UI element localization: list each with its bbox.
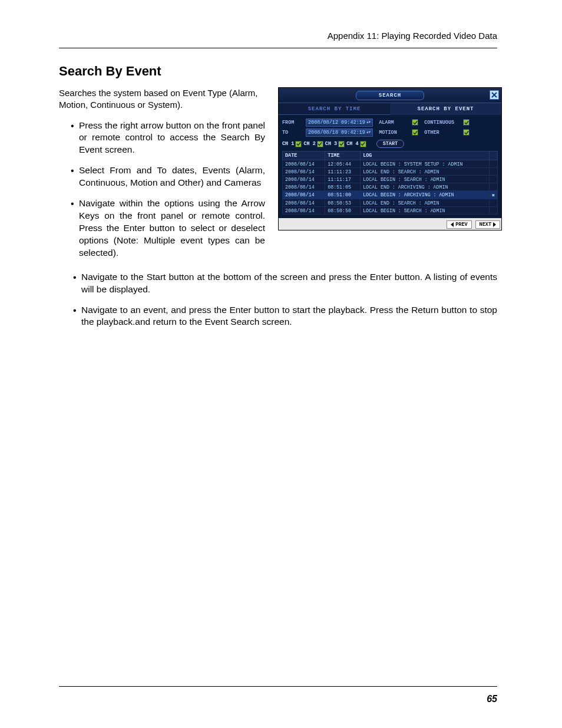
pager: PREV NEXT: [279, 218, 501, 230]
row-delete-button: [490, 168, 498, 176]
intro-paragraph: Searches the system based on Event Type …: [59, 87, 265, 111]
continuous-label: CONTINUOUS: [424, 120, 461, 126]
row-delete-button: [490, 183, 498, 191]
check-icon: [464, 130, 469, 135]
alarm-checkbox[interactable]: [412, 119, 418, 126]
cell-log: LOCAL BEGIN : SYSTEM SETUP : ADMIN: [361, 160, 490, 168]
to-value: 2008/08/18 09:42:19: [308, 130, 365, 136]
section-title: Search By Event: [59, 64, 497, 79]
triangle-left-icon: [451, 222, 454, 227]
log-row[interactable]: 2008/08/1408:51:05LOCAL END : ARCHIVING …: [283, 183, 498, 191]
cell-date: 2008/08/14: [283, 191, 325, 199]
from-datetime-input[interactable]: 2008/08/12 09:42:19 ▲▼: [306, 118, 373, 127]
document-page: Appendix 11: Playing Recorded Video Data…: [0, 0, 562, 728]
check-icon: [339, 141, 344, 146]
col-log: LOG: [361, 151, 490, 160]
ch3-checkbox[interactable]: [338, 141, 345, 147]
log-row[interactable]: 2008/08/1412:05:44LOCAL BEGIN : SYSTEM S…: [283, 160, 498, 168]
cell-date: 2008/08/14: [283, 183, 325, 191]
continuous-checkbox[interactable]: [463, 119, 470, 126]
bullet-item: Select From and To dates, Events (Alarm,…: [79, 164, 265, 189]
cell-date: 2008/08/14: [283, 199, 325, 207]
channel-4[interactable]: CH 4: [346, 141, 366, 147]
row-delete-button: [490, 176, 498, 183]
bullet-item: Navigate to an event, and press the Ente…: [81, 304, 497, 329]
other-checkbox[interactable]: [463, 129, 470, 136]
col-time: TIME: [325, 151, 361, 160]
close-button[interactable]: [490, 90, 499, 100]
cell-log: LOCAL BEGIN : ARCHIVING : ADMIN: [361, 191, 490, 199]
cell-time: 11:11:17: [325, 176, 361, 183]
cell-time: 08:50:53: [325, 199, 361, 207]
from-label: FROM: [282, 120, 303, 126]
col-action: [490, 151, 498, 160]
to-datetime-input[interactable]: 2008/08/18 09:42:19 ▲▼: [306, 129, 373, 137]
row-delete-button: [490, 199, 498, 207]
row-delete-button[interactable]: ✖: [490, 191, 498, 199]
cell-log: LOCAL BEGIN : SEARCH : ADMIN: [361, 176, 490, 183]
row-delete-button: [490, 160, 498, 168]
col-date: DATE: [283, 151, 325, 160]
event-log-table: DATE TIME LOG 2008/08/1412:05:44LOCAL BE…: [282, 151, 498, 215]
tab-search-by-event[interactable]: SEARCH BY EVENT: [390, 103, 501, 115]
log-row[interactable]: 2008/08/1408:50:50LOCAL BEGIN : SEARCH :…: [283, 207, 498, 215]
alarm-label: ALARM: [379, 120, 409, 126]
cell-time: 08:50:50: [325, 207, 361, 215]
check-icon: [361, 141, 365, 146]
tab-search-by-time[interactable]: SEARCH BY TIME: [279, 103, 390, 115]
cell-log: LOCAL END : SEARCH : ADMIN: [361, 199, 490, 207]
cell-date: 2008/08/14: [283, 176, 325, 183]
page-number: 65: [487, 694, 497, 704]
ch1-checkbox[interactable]: [295, 141, 302, 147]
row-delete-button: [490, 207, 498, 215]
footer-rule: [59, 686, 497, 687]
close-icon: [491, 92, 497, 98]
cell-log: LOCAL END : SEARCH : ADMIN: [361, 168, 490, 176]
motion-checkbox[interactable]: [412, 129, 418, 136]
triangle-right-icon: [493, 222, 496, 227]
check-icon: [413, 130, 418, 135]
cell-log: LOCAL END : ARCHIVING : ADMIN: [361, 183, 490, 191]
cell-time: 08:51:05: [325, 183, 361, 191]
ch2-checkbox[interactable]: [317, 141, 323, 147]
log-row[interactable]: 2008/08/1411:11:23LOCAL END : SEARCH : A…: [283, 168, 498, 176]
check-icon: [318, 141, 322, 146]
start-button[interactable]: START: [376, 140, 405, 148]
bullet-item: Press the right arrow button on the fron…: [79, 120, 265, 157]
tab-bar: SEARCH BY TIME SEARCH BY EVENT: [279, 103, 501, 115]
cell-log: LOCAL BEGIN : SEARCH : ADMIN: [361, 207, 490, 215]
appendix-header: Appendix 11: Playing Recorded Video Data: [59, 31, 497, 48]
log-row[interactable]: 2008/08/1411:11:17LOCAL BEGIN : SEARCH :…: [283, 176, 498, 183]
to-label: TO: [282, 130, 303, 136]
cell-date: 2008/08/14: [283, 168, 325, 176]
cell-time: 11:11:23: [325, 168, 361, 176]
prev-button[interactable]: PREV: [447, 220, 471, 229]
check-icon: [296, 141, 301, 146]
check-icon: [413, 120, 418, 125]
cell-date: 2008/08/14: [283, 160, 325, 168]
cell-time: 12:05:44: [325, 160, 361, 168]
check-icon: [464, 120, 469, 125]
spinner-icon[interactable]: ▲▼: [366, 131, 371, 134]
channel-1[interactable]: CH 1: [282, 141, 302, 147]
dvr-search-panel: SEARCH SEARCH BY TIME SEARCH BY EVENT FR…: [278, 87, 502, 230]
log-row[interactable]: 2008/08/1408:50:53LOCAL END : SEARCH : A…: [283, 199, 498, 207]
left-column: Searches the system based on Event Type …: [59, 87, 265, 268]
ch4-checkbox[interactable]: [360, 141, 366, 147]
cell-time: 08:51:00: [325, 191, 361, 199]
log-row[interactable]: 2008/08/1408:51:00LOCAL BEGIN : ARCHIVIN…: [283, 191, 498, 199]
next-button[interactable]: NEXT: [475, 220, 500, 229]
spinner-icon[interactable]: ▲▼: [366, 121, 371, 124]
channel-2[interactable]: CH 2: [303, 141, 323, 147]
bullet-item: Navigate to the Start button at the bott…: [81, 271, 497, 296]
right-column: SEARCH SEARCH BY TIME SEARCH BY EVENT FR…: [278, 87, 502, 268]
dvr-titlebar: SEARCH: [279, 88, 501, 103]
panel-title: SEARCH: [356, 91, 424, 100]
channel-3[interactable]: CH 3: [325, 141, 345, 147]
motion-label: MOTION: [379, 130, 409, 136]
bullet-item: Navigate within the options using the Ar…: [79, 197, 265, 259]
from-value: 2008/08/12 09:42:19: [308, 120, 365, 126]
cell-date: 2008/08/14: [283, 207, 325, 215]
other-label: OTHER: [424, 130, 461, 136]
